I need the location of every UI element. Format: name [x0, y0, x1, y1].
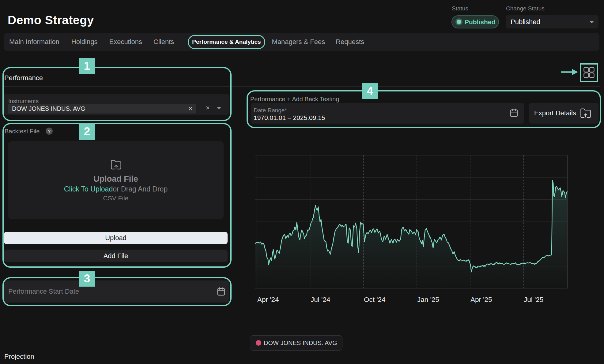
svg-text:Apr '25: Apr '25 — [470, 296, 492, 303]
svg-text:Oct '24: Oct '24 — [364, 296, 386, 303]
svg-text:Apr '24: Apr '24 — [257, 296, 279, 303]
svg-text:Jul '24: Jul '24 — [311, 296, 330, 303]
svg-text:Jul '25: Jul '25 — [524, 296, 543, 303]
svg-text:Jan '25: Jan '25 — [417, 296, 439, 303]
